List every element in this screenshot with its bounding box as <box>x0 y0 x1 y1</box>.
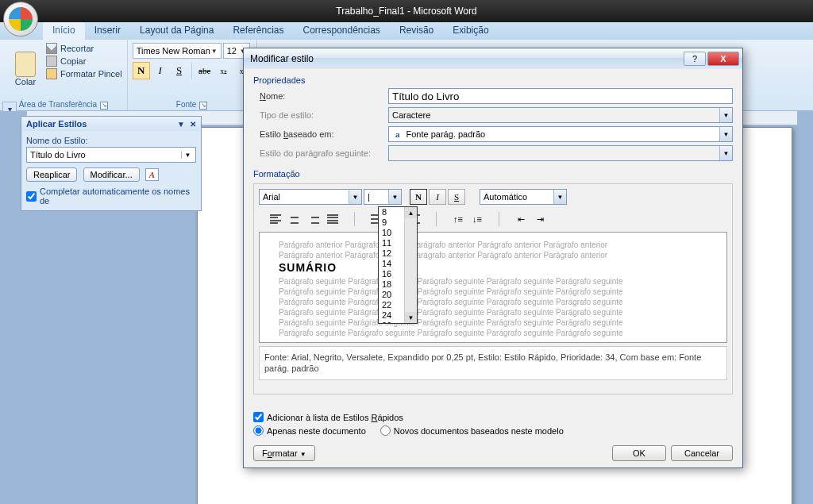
paste-button[interactable]: Colar <box>8 43 43 95</box>
align-left-button[interactable] <box>267 211 284 227</box>
type-label: Tipo de estilo: <box>253 110 388 120</box>
tab-inserir[interactable]: Inserir <box>85 22 130 40</box>
font-expand-icon[interactable]: ↘ <box>199 102 207 110</box>
cut-button[interactable]: Recortar <box>46 43 122 54</box>
font-size-dropdown[interactable]: 8910111214161820222426 ▲ ▼ <box>378 206 418 324</box>
ok-button[interactable]: OK <box>612 445 666 461</box>
window-title: Trabalho_Final1 - Microsoft Word <box>336 6 476 17</box>
next-style-label: Estilo do parágrafo seguinte: <box>253 148 388 158</box>
copy-icon <box>46 56 57 67</box>
only-this-doc-radio[interactable] <box>253 425 264 436</box>
tab-referencias[interactable]: Referências <box>223 22 293 40</box>
name-label: Nome: <box>253 91 388 101</box>
add-quick-styles-label: Adicionar à lista de Estilos Rápidos <box>267 413 403 422</box>
autocomplete-checkbox[interactable] <box>26 191 37 202</box>
tab-correspondencias[interactable]: Correspondências <box>293 22 389 40</box>
brush-icon <box>46 68 57 79</box>
increase-space-before-button[interactable]: ↑≡ <box>449 211 467 227</box>
dlg-underline-button[interactable]: S <box>448 189 465 205</box>
style-preview: Parágrafo anterior Parágrafo anterior Pa… <box>259 232 727 343</box>
next-style-combo: ▼ <box>388 145 733 161</box>
apply-styles-title: Aplicar Estilos <box>26 119 87 129</box>
clipboard-expand-icon[interactable]: ↘ <box>100 102 108 110</box>
style-name-label: Nome do Estilo: <box>26 136 196 145</box>
dialog-title: Modificar estilo <box>250 53 684 64</box>
underline-button[interactable]: S <box>171 62 188 79</box>
format-dropdown-button[interactable]: Formatar ▼ <box>253 445 315 461</box>
decrease-indent-button[interactable]: ⇤ <box>512 211 530 227</box>
dialog-titlebar[interactable]: Modificar estilo ? X <box>244 48 742 69</box>
name-input[interactable] <box>388 88 733 104</box>
subscript-button[interactable]: x₂ <box>215 62 233 79</box>
tab-revisao[interactable]: Revisão <box>390 22 443 40</box>
font-group-label: Fonte↘ <box>128 100 256 110</box>
font-family-combo[interactable]: Times New Roman▼ <box>133 43 222 59</box>
styles-pane-button[interactable]: A <box>145 168 159 181</box>
style-description: Fonte: Arial, Negrito, Versalete, Expand… <box>259 346 727 380</box>
increase-indent-button[interactable]: ⇥ <box>531 211 549 227</box>
type-combo: Caractere▼ <box>388 107 733 123</box>
reapply-button[interactable]: Reaplicar <box>26 167 77 182</box>
pane-menu-button[interactable]: ▼ <box>177 120 185 129</box>
clipboard-icon <box>15 52 36 77</box>
copy-button[interactable]: Copiar <box>46 56 122 67</box>
formatting-heading: Formatação <box>253 169 733 179</box>
tab-layout[interactable]: Layout da Página <box>130 22 223 40</box>
align-right-button[interactable] <box>305 211 322 227</box>
scroll-down-button[interactable]: ▼ <box>405 312 417 323</box>
autocomplete-label: Completar automaticamente os nomes de <box>40 187 196 206</box>
only-this-doc-label: Apenas neste documento <box>267 426 366 436</box>
dlg-font-color-combo[interactable]: Automático▼ <box>480 189 567 205</box>
cancel-button[interactable]: Cancelar <box>671 445 733 461</box>
align-center-button[interactable] <box>286 211 303 227</box>
dlg-font-size-combo[interactable]: |▼ <box>364 189 402 205</box>
dialog-close-button[interactable]: X <box>707 52 739 66</box>
clipboard-group-label: Área de Transferência↘ <box>0 100 127 110</box>
based-on-label: Estilo baseado em: <box>253 129 388 139</box>
strike-button[interactable]: abe <box>196 62 214 79</box>
new-docs-radio[interactable] <box>380 425 391 436</box>
bold-button[interactable]: N <box>133 62 150 79</box>
properties-heading: Propriedades <box>253 75 733 85</box>
modify-style-dialog: Modificar estilo ? X Propriedades Nome: … <box>243 48 743 468</box>
add-quick-styles-checkbox[interactable] <box>253 412 264 422</box>
align-justify-button[interactable] <box>324 211 341 227</box>
dlg-font-family-combo[interactable]: Arial▼ <box>259 189 362 205</box>
tab-inicio[interactable]: Início <box>43 22 85 40</box>
pane-close-button[interactable]: ✕ <box>190 120 196 129</box>
style-name-combo[interactable]: Título do Livro ▼ <box>26 147 196 163</box>
office-button[interactable] <box>3 2 38 37</box>
ribbon-tabs: Início Inserir Layout da Página Referênc… <box>0 22 813 40</box>
scissors-icon <box>46 43 57 54</box>
decrease-space-before-button[interactable]: ↓≡ <box>468 211 486 227</box>
dlg-italic-button[interactable]: I <box>429 189 446 205</box>
italic-button[interactable]: I <box>152 62 169 79</box>
dialog-help-button[interactable]: ? <box>684 52 706 66</box>
scroll-up-button[interactable]: ▲ <box>405 207 417 218</box>
based-on-combo[interactable]: aFonte parág. padrão▼ <box>388 126 733 142</box>
apply-styles-pane: Aplicar Estilos ▼ ✕ Nome do Estilo: Títu… <box>21 116 202 211</box>
dlg-bold-button[interactable]: N <box>410 189 427 205</box>
modify-button[interactable]: Modificar... <box>83 167 140 182</box>
format-painter-button[interactable]: Formatar Pincel <box>46 68 122 79</box>
tab-exibicao[interactable]: Exibição <box>443 22 498 40</box>
window-titlebar: Trabalho_Final1 - Microsoft Word <box>0 0 813 22</box>
new-docs-label: Novos documentos baseados neste modelo <box>394 426 564 436</box>
